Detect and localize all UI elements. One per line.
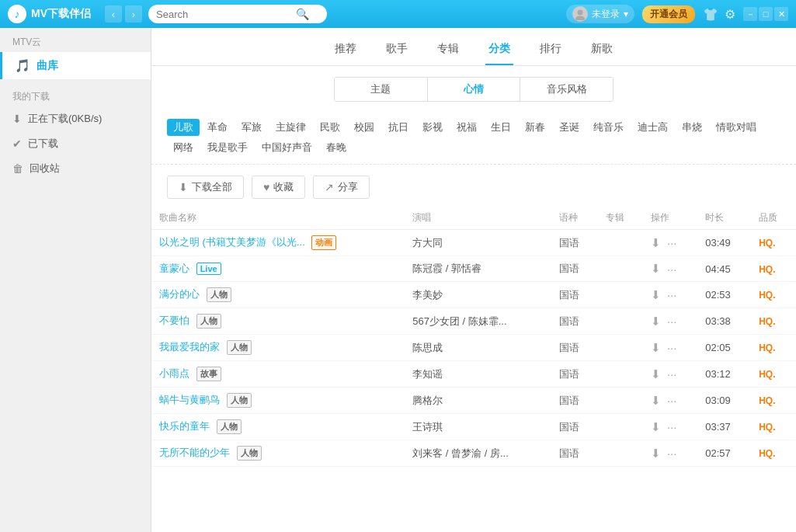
download-song-icon[interactable]: ⬇ <box>651 420 661 434</box>
more-icon[interactable]: ··· <box>667 447 677 460</box>
song-name[interactable]: 小雨点 <box>159 367 189 379</box>
col-name: 歌曲名称 <box>151 207 405 230</box>
song-op-cell: ⬇ ··· <box>643 335 697 361</box>
tag-yingshi[interactable]: 影视 <box>416 119 449 136</box>
op-icons: ⬇ ··· <box>651 420 690 434</box>
song-name[interactable]: 以光之明 (书籍艾美梦游《以光... <box>159 236 305 248</box>
download-song-icon[interactable]: ⬇ <box>651 367 661 381</box>
more-icon[interactable]: ··· <box>667 367 677 381</box>
main-layout: MTV云 🎵 曲库 我的下载 ⬇ 正在下载(0KB/s) ✔ 已下载 🗑 回收站… <box>0 28 796 532</box>
song-name[interactable]: 满分的心 <box>159 288 200 300</box>
song-quality: HQ. <box>759 316 775 327</box>
tab-category[interactable]: 分类 <box>485 37 513 65</box>
download-all-button[interactable]: ⬇ 下载全部 <box>167 176 244 199</box>
search-input[interactable] <box>156 9 296 20</box>
vip-button[interactable]: 开通会员 <box>642 5 695 23</box>
song-name[interactable]: 快乐的童年 <box>159 420 210 432</box>
tag-zhufu[interactable]: 祝福 <box>450 119 483 136</box>
download-song-icon[interactable]: ⬇ <box>651 288 661 302</box>
song-name[interactable]: 无所不能的少年 <box>159 447 230 458</box>
tag-geming[interactable]: 革命 <box>201 119 234 136</box>
shirt-icon[interactable]: 👕 <box>703 7 718 22</box>
sidebar-item-library[interactable]: 🎵 曲库 <box>0 52 151 79</box>
more-icon[interactable]: ··· <box>667 263 677 276</box>
tag-ertong[interactable]: 儿歌 <box>167 119 200 136</box>
song-duration-cell: 03:12 <box>697 361 751 388</box>
download-song-icon[interactable]: ⬇ <box>651 262 661 276</box>
song-name-cell: 小雨点 故事 <box>151 361 405 388</box>
tag-chunwan[interactable]: 春晚 <box>320 139 353 156</box>
song-name[interactable]: 蜗牛与黄鹂鸟 <box>159 394 220 405</box>
op-icons: ⬇ ··· <box>651 447 690 461</box>
song-op-cell: ⬇ ··· <box>643 388 697 414</box>
download-song-icon[interactable]: ⬇ <box>651 341 661 355</box>
download-song-icon[interactable]: ⬇ <box>651 315 661 329</box>
tag-xinchun[interactable]: 新春 <box>519 119 551 136</box>
collect-button[interactable]: ♥ 收藏 <box>252 176 305 199</box>
song-duration-cell: 04:45 <box>697 256 751 282</box>
tab-singer[interactable]: 歌手 <box>383 37 411 65</box>
subtab-style[interactable]: 音乐风格 <box>520 78 613 101</box>
song-album-cell <box>598 256 643 282</box>
settings-icon[interactable]: ⚙ <box>725 7 735 22</box>
song-singer: 王诗琪 <box>412 421 443 433</box>
more-icon[interactable]: ··· <box>667 236 677 249</box>
tab-recommend[interactable]: 推荐 <box>332 37 360 65</box>
more-icon[interactable]: ··· <box>667 394 677 407</box>
sidebar-item-downloading[interactable]: ⬇ 正在下载(0KB/s) <box>0 106 151 131</box>
nav-forward-button[interactable]: › <box>125 5 142 23</box>
song-name[interactable]: 我最爱我的家 <box>159 341 220 353</box>
download-song-icon[interactable]: ⬇ <box>651 447 661 461</box>
tag-woshi[interactable]: 我是歌手 <box>201 139 254 156</box>
close-button[interactable]: ✕ <box>774 7 788 21</box>
tag-dishigao[interactable]: 迪士高 <box>631 119 674 136</box>
download-song-icon[interactable]: ⬇ <box>651 394 661 408</box>
tag-junlv[interactable]: 军旅 <box>235 119 268 136</box>
song-quality-cell: HQ. <box>751 414 796 440</box>
tab-album[interactable]: 专辑 <box>434 37 462 65</box>
tag-shengri[interactable]: 生日 <box>485 119 517 136</box>
tag-minge[interactable]: 民歌 <box>314 119 346 136</box>
tab-rank[interactable]: 排行 <box>537 37 565 65</box>
sidebar-item-trash[interactable]: 🗑 回收站 <box>0 156 151 181</box>
user-area[interactable]: 未登录 ▾ <box>566 5 634 23</box>
song-name[interactable]: 不要怕 <box>159 315 189 326</box>
song-quality-cell: HQ. <box>751 361 796 388</box>
tag-chun[interactable]: 纯音乐 <box>587 119 630 136</box>
tag-chuanshao[interactable]: 串烧 <box>676 119 708 136</box>
more-icon[interactable]: ··· <box>667 315 677 328</box>
more-icon[interactable]: ··· <box>667 288 677 301</box>
more-icon[interactable]: ··· <box>667 341 677 354</box>
more-icon[interactable]: ··· <box>667 420 677 433</box>
trash-icon: 🗑 <box>12 162 23 175</box>
minimize-button[interactable]: － <box>743 7 757 21</box>
song-lang: 国语 <box>559 421 579 433</box>
share-button[interactable]: ↗ 分享 <box>313 176 370 199</box>
sub-tabs: 主题 心情 音乐风格 <box>334 77 614 102</box>
tab-new[interactable]: 新歌 <box>588 37 616 65</box>
subtab-theme[interactable]: 主题 <box>335 78 428 101</box>
maximize-button[interactable]: □ <box>759 7 773 21</box>
tag-wangluo[interactable]: 网络 <box>167 139 200 156</box>
subtab-mood[interactable]: 心情 <box>428 78 521 101</box>
trash-label: 回收站 <box>30 162 60 176</box>
titlebar-left: ♪ MV下载伴侣 ‹ › 🔍 <box>8 5 327 23</box>
song-name-cell: 我最爱我的家 人物 <box>151 335 405 361</box>
sidebar-section-mtv: MTV云 <box>0 28 151 52</box>
song-singer-cell: 李美妙 <box>405 282 551 308</box>
sidebar-item-downloaded[interactable]: ✔ 已下载 <box>0 131 151 156</box>
app-name: MV下载伴侣 <box>31 7 91 21</box>
tag-xiaoyuan[interactable]: 校园 <box>348 119 381 136</box>
nav-back-button[interactable]: ‹ <box>105 5 122 23</box>
tag-shengdan[interactable]: 圣诞 <box>553 119 586 136</box>
tag-zhongguo[interactable]: 中国好声音 <box>255 139 318 156</box>
svg-point-1 <box>575 16 585 21</box>
download-song-icon[interactable]: ⬇ <box>651 236 661 250</box>
tag-row2: 网络 我是歌手 中国好声音 春晚 <box>167 139 780 156</box>
song-name-cell: 快乐的童年 人物 <box>151 414 405 440</box>
tag-zhuxuanlu[interactable]: 主旋律 <box>269 119 312 136</box>
song-name-cell: 童蒙心 Live <box>151 256 405 282</box>
tag-kangri[interactable]: 抗日 <box>382 119 415 136</box>
song-name[interactable]: 童蒙心 <box>159 263 189 274</box>
tag-qinggedui[interactable]: 情歌对唱 <box>710 119 763 136</box>
